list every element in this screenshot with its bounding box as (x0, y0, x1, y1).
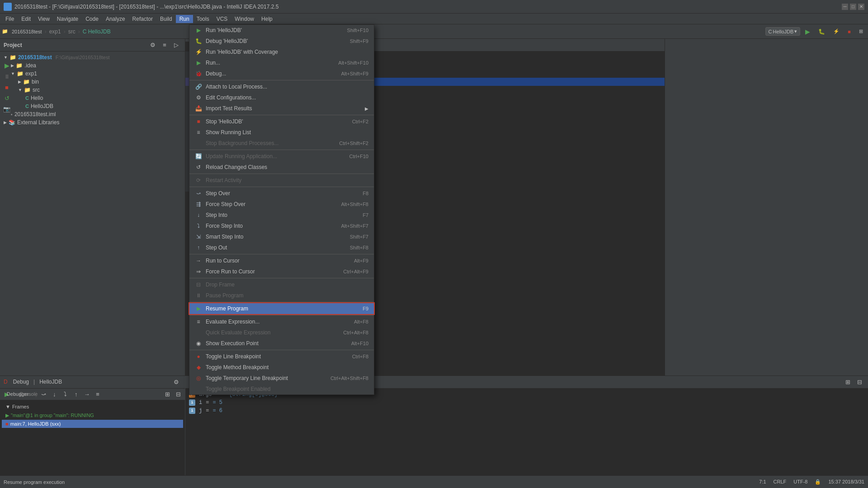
tree-item-root[interactable]: ▼ 📁 20165318test F:\Git\java\20165318tes… (0, 53, 185, 61)
menu-toggle-method-bp[interactable]: ◆ Toggle Method Breakpoint (189, 362, 374, 373)
tree-item-bin[interactable]: ▶ 📁 bin (0, 78, 185, 86)
menu-toggle-line-bp[interactable]: ● Toggle Line Breakpoint Ctrl+F8 (189, 351, 374, 362)
menu-smart-step-into[interactable]: ⇲ Smart Step Into Shift+F7 (189, 231, 374, 242)
menu-refactor[interactable]: Refactor (129, 15, 156, 23)
menu-view[interactable]: View (34, 15, 53, 23)
tree-item-hello[interactable]: C Hello (0, 94, 185, 102)
menu-update-running[interactable]: 🔄 Update Running Application... Ctrl+F10 (189, 151, 374, 162)
project-icon: 📁 (2, 28, 8, 34)
menu-run[interactable]: Run (176, 15, 193, 23)
run-config-dropdown[interactable]: C HelloJDB ▾ (765, 27, 801, 36)
menu-drop-frame[interactable]: ⊟ Drop Frame (189, 279, 374, 290)
step-out-debug-button[interactable]: ↑ (71, 389, 81, 399)
menu-build[interactable]: Build (156, 15, 176, 23)
stop-button[interactable]: ■ (844, 28, 854, 36)
close-button[interactable]: ✕ (858, 4, 864, 10)
run-cursor-debug-button[interactable]: → (82, 389, 92, 399)
menu-step-out-label: Step Out (206, 244, 346, 251)
menu-debug-ellipsis[interactable]: 🐞 Debug... Alt+Shift+F9 (189, 68, 374, 79)
menu-step-out[interactable]: ↑ Step Out Shift+F8 (189, 242, 374, 253)
menu-help[interactable]: Help (258, 15, 276, 23)
menu-edit-configs[interactable]: ⚙ Edit Configurations... (189, 92, 374, 103)
menu-edit[interactable]: Edit (18, 15, 34, 23)
evaluate-debug-button[interactable]: ≡ (93, 389, 103, 399)
menu-file[interactable]: File (2, 15, 18, 23)
expand-icon: ▼ (18, 88, 22, 92)
menu-reload-classes[interactable]: ↺ Reload Changed Classes (189, 162, 374, 173)
menu-step-over[interactable]: ⤻ Step Over F8 (189, 188, 374, 199)
frame-item-selected[interactable]: ■ main:7, HelloJDB (sxx) (2, 420, 183, 428)
console-tab[interactable]: Console (24, 389, 33, 399)
frame-item-running[interactable]: ▶ "main"@1 in group "main": RUNNING (2, 411, 183, 420)
coverage-button[interactable]: ⚡ (830, 27, 843, 36)
force-step-over-icon: ⇶ (195, 201, 202, 208)
menu-vcs[interactable]: VCS (213, 15, 231, 23)
step-into-debug-button[interactable]: ↓ (49, 389, 59, 399)
menu-import-test[interactable]: 📥 Import Test Results ▶ (189, 103, 374, 114)
menu-run-to-cursor-shortcut: Alt+F9 (354, 258, 368, 263)
menu-quick-evaluate[interactable]: Quick Evaluate Expression Ctrl+Alt+F8 (189, 327, 374, 338)
menu-force-step-into[interactable]: ⤵ Force Step Into Alt+Shift+F7 (189, 221, 374, 231)
debug-settings-button[interactable]: ⚙ (171, 377, 181, 387)
menu-show-running[interactable]: ≡ Show Running List (189, 127, 374, 138)
menu-navigate[interactable]: Navigate (53, 15, 82, 23)
menu-toggle-temp-bp[interactable]: ◎ Toggle Temporary Line Breakpoint Ctrl+… (189, 373, 374, 384)
menu-evaluate-expression[interactable]: ≡ Evaluate Expression... Alt+F8 (189, 316, 374, 327)
tree-item-hellojdb[interactable]: C HelloJDB (0, 102, 185, 110)
tree-item-iml[interactable]: ▪ 20165318test.iml (0, 110, 185, 118)
menu-code[interactable]: Code (82, 15, 102, 23)
menu-debug-hellojdb-label: Debug 'HelloJDB' (206, 38, 346, 44)
menu-debug-hellojdb[interactable]: 🐛 Debug 'HelloJDB' Shift+F9 (189, 36, 374, 47)
menu-stop-bg[interactable]: Stop Background Processes... Ctrl+Shift+… (189, 138, 374, 149)
sidebar-gear-button[interactable]: ≡ (160, 40, 170, 50)
menu-window[interactable]: Window (231, 15, 258, 23)
step-over-debug-button[interactable]: ⤻ (38, 389, 48, 399)
variables-layout-button[interactable]: ⊞ (843, 377, 853, 387)
tree-item-external-libs[interactable]: ▶ 📚 External Libraries (0, 118, 185, 127)
sidebar-title: Project (4, 42, 22, 48)
menu-run-ellipsis[interactable]: ▶ Run... Alt+Shift+F10 (189, 57, 374, 68)
folder-icon: 📁 (23, 79, 30, 85)
status-right: 7:1 CRLF UTF-8 🔒 15:37 2018/3/31 (759, 479, 864, 485)
frame-label-running: "main"@1 in group "main": RUNNING (11, 413, 94, 418)
menu-restart-activity[interactable]: ⟳ Restart Activity (189, 175, 374, 186)
sep-10 (189, 350, 374, 350)
menu-run-hellojdb-shortcut: Shift+F10 (347, 28, 368, 33)
menu-tools[interactable]: Tools (193, 15, 213, 23)
menu-step-into[interactable]: ↓ Step Into F7 (189, 210, 374, 221)
menu-run-coverage-label: Run 'HelloJDB' with Coverage (206, 49, 365, 55)
menu-toggle-bp-enabled[interactable]: Toggle Breakpoint Enabled (189, 384, 374, 394)
sidebar-settings-button[interactable]: ⚙ (148, 40, 158, 50)
menu-run-coverage[interactable]: ⚡ Run 'HelloJDB' with Coverage (189, 47, 374, 57)
menu-resume-program[interactable]: ▶ Resume Program F9 (189, 303, 374, 314)
menu-analyze[interactable]: Analyze (102, 15, 129, 23)
menu-pause-program[interactable]: ⏸ Pause Program (189, 290, 374, 301)
variables-restore-button[interactable]: ⊟ (854, 377, 864, 387)
coverage-icon: ⚡ (195, 48, 202, 56)
sidebar-collapse-button[interactable]: ▷ (171, 40, 181, 50)
force-step-into-debug-button[interactable]: ⤵ (60, 389, 70, 399)
list-icon: ≡ (195, 129, 202, 136)
menu-run-hellojdb[interactable]: ▶ Run 'HelloJDB' Shift+F10 (189, 25, 374, 36)
tree-item-idea[interactable]: ▶ 📁 .idea (0, 61, 185, 70)
tree-item-exp1[interactable]: ▼ 📁 exp1 (0, 70, 185, 78)
tree-label-hellojdb: HelloJDB (31, 103, 53, 109)
menu-attach-local[interactable]: 🔗 Attach to Local Process... (189, 81, 374, 92)
close-debug-button[interactable]: ⊟ (173, 389, 183, 399)
config-icon: ⚙ (195, 94, 202, 101)
menu-show-execution-point[interactable]: ◉ Show Execution Point Alt+F10 (189, 338, 374, 349)
menu-run-to-cursor[interactable]: → Run to Cursor Alt+F9 (189, 255, 374, 266)
layout-button[interactable]: ⊞ (856, 27, 866, 36)
menu-stop-bg-label: Stop Background Processes... (206, 140, 335, 146)
menu-force-run-to-cursor[interactable]: ⇒ Force Run to Cursor Ctrl+Alt+F9 (189, 266, 374, 277)
layout-debug-button[interactable]: ⊞ (162, 389, 172, 399)
tree-item-src[interactable]: ▼ 📁 src (0, 86, 185, 94)
menu-force-step-over[interactable]: ⇶ Force Step Over Alt+Shift+F8 (189, 199, 374, 210)
run-button[interactable]: ▶ (802, 27, 813, 37)
debug-button[interactable]: 🐛 (815, 27, 828, 36)
maximize-button[interactable]: □ (850, 4, 856, 10)
menu-run-ellipsis-label: Run... (206, 60, 335, 66)
drop-icon: ⊟ (195, 281, 202, 288)
minimize-button[interactable]: ─ (842, 4, 848, 10)
menu-stop-hellojdb[interactable]: ■ Stop 'HelloJDB' Ctrl+F2 (189, 116, 374, 127)
